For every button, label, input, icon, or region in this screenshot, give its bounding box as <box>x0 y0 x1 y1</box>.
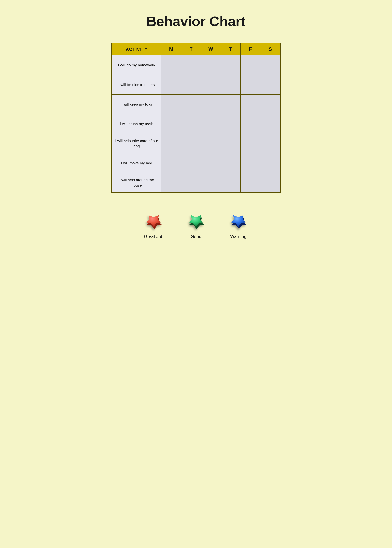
good-star-icon <box>184 206 208 231</box>
svg-marker-3 <box>189 215 203 227</box>
legend-item-good: Good <box>184 206 208 239</box>
day-cell[interactable] <box>260 95 280 114</box>
day-header-w: W <box>201 43 221 55</box>
day-cell[interactable] <box>201 95 221 114</box>
behavior-chart: ACTIVITY M T W T F S I will do my homewo… <box>111 42 281 193</box>
day-cell[interactable] <box>181 75 201 95</box>
chart-table: ACTIVITY M T W T F S I will do my homewo… <box>112 43 280 193</box>
day-cell[interactable] <box>260 55 280 75</box>
day-cell[interactable] <box>221 173 241 193</box>
day-cell[interactable] <box>241 153 260 173</box>
day-cell[interactable] <box>181 173 201 193</box>
great-job-label: Great Job <box>144 234 163 239</box>
day-cell[interactable] <box>161 173 181 193</box>
day-cell[interactable] <box>260 153 280 173</box>
activity-column-header: ACTIVITY <box>112 43 161 55</box>
svg-marker-5 <box>231 215 246 227</box>
day-cell[interactable] <box>241 55 260 75</box>
activity-cell-3: I will brush my teeth <box>112 114 161 134</box>
day-cell[interactable] <box>221 55 241 75</box>
day-cell[interactable] <box>181 114 201 134</box>
day-header-t1: T <box>181 43 201 55</box>
page-title: Behavior Chart <box>147 13 245 29</box>
warning-star-icon <box>226 206 251 231</box>
legend-item-great-job: Great Job <box>141 206 166 239</box>
svg-marker-1 <box>146 215 161 227</box>
table-row: I will help take care of our dog <box>112 134 280 153</box>
great-job-star-icon <box>141 206 166 231</box>
day-cell[interactable] <box>221 134 241 153</box>
day-cell[interactable] <box>260 173 280 193</box>
warning-label: Warning <box>230 234 246 239</box>
legend-item-warning: Warning <box>226 206 251 239</box>
day-cell[interactable] <box>161 75 181 95</box>
day-cell[interactable] <box>260 114 280 134</box>
day-cell[interactable] <box>161 114 181 134</box>
day-cell[interactable] <box>161 55 181 75</box>
day-header-m: M <box>161 43 181 55</box>
day-cell[interactable] <box>260 75 280 95</box>
table-row: I will keep my toys <box>112 95 280 114</box>
day-cell[interactable] <box>181 95 201 114</box>
table-row: I will make my bed <box>112 153 280 173</box>
page: Behavior Chart ACTIVITY M T W T F S I wi… <box>98 0 294 274</box>
day-cell[interactable] <box>241 114 260 134</box>
day-cell[interactable] <box>241 134 260 153</box>
chart-body: I will do my homeworkI will be nice to o… <box>112 55 280 193</box>
table-row: I will help around the house <box>112 173 280 193</box>
good-label: Good <box>191 234 202 239</box>
table-row: I will brush my teeth <box>112 114 280 134</box>
activity-cell-0: I will do my homework <box>112 55 161 75</box>
day-cell[interactable] <box>201 173 221 193</box>
day-cell[interactable] <box>260 134 280 153</box>
day-cell[interactable] <box>181 153 201 173</box>
day-header-s: S <box>260 43 280 55</box>
legend-section: Great Job Good <box>111 206 281 239</box>
day-cell[interactable] <box>221 114 241 134</box>
day-cell[interactable] <box>221 75 241 95</box>
day-cell[interactable] <box>161 134 181 153</box>
activity-cell-5: I will make my bed <box>112 153 161 173</box>
table-row: I will be nice to others <box>112 75 280 95</box>
day-cell[interactable] <box>201 153 221 173</box>
day-cell[interactable] <box>161 95 181 114</box>
day-cell[interactable] <box>241 95 260 114</box>
day-cell[interactable] <box>221 153 241 173</box>
day-cell[interactable] <box>201 114 221 134</box>
activity-cell-1: I will be nice to others <box>112 75 161 95</box>
activity-cell-6: I will help around the house <box>112 173 161 193</box>
table-header-row: ACTIVITY M T W T F S <box>112 43 280 55</box>
day-cell[interactable] <box>241 173 260 193</box>
day-cell[interactable] <box>181 55 201 75</box>
day-header-t2: T <box>221 43 241 55</box>
day-cell[interactable] <box>241 75 260 95</box>
activity-cell-4: I will help take care of our dog <box>112 134 161 153</box>
day-header-f: F <box>241 43 260 55</box>
day-cell[interactable] <box>161 153 181 173</box>
day-cell[interactable] <box>221 95 241 114</box>
day-cell[interactable] <box>201 134 221 153</box>
table-row: I will do my homework <box>112 55 280 75</box>
day-cell[interactable] <box>201 55 221 75</box>
day-cell[interactable] <box>181 134 201 153</box>
day-cell[interactable] <box>201 75 221 95</box>
activity-cell-2: I will keep my toys <box>112 95 161 114</box>
